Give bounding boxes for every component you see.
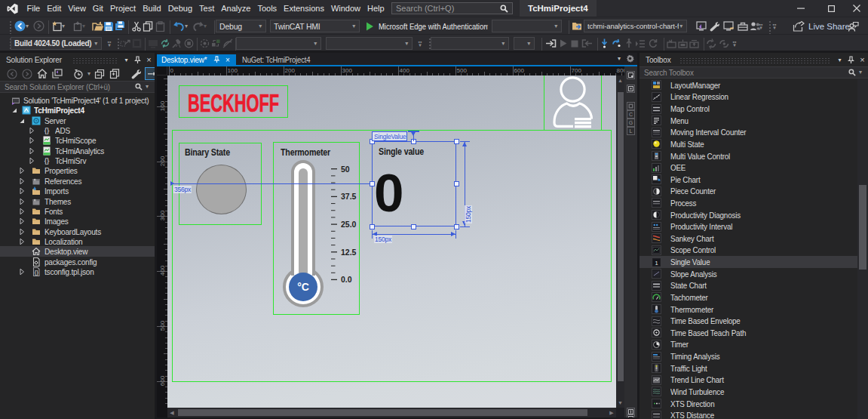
solution-platform-combo[interactable]: TwinCAT HMI▾ xyxy=(270,20,360,32)
expander-collapsed-icon[interactable] xyxy=(27,146,36,156)
empty-combo[interactable]: ▾ xyxy=(431,37,509,50)
toolbox-item-map-control[interactable]: Map Control xyxy=(639,103,857,115)
se-show-all-files-button[interactable] xyxy=(107,66,123,82)
close-tab-icon[interactable]: × xyxy=(223,55,232,64)
toolbar-overflow[interactable]: ▪▪▾ xyxy=(756,17,765,35)
publish-button[interactable] xyxy=(687,35,701,52)
tree-item-solution-tchmiproject4-1-of-1-project[interactable]: Solution 'TcHmiProject4' (1 of 1 project… xyxy=(0,95,155,106)
expander-collapsed-icon[interactable] xyxy=(27,156,36,165)
toolbox-search-box[interactable]: Search Toolbox ▾ xyxy=(639,66,868,79)
menu-item-extensions[interactable]: Extensions xyxy=(281,0,328,17)
paste-button[interactable] xyxy=(153,17,167,35)
expander-collapsed-icon[interactable] xyxy=(27,136,36,145)
navigate-backward-dropdown[interactable]: ▾ xyxy=(24,17,30,35)
toolbox-item-piece-counter[interactable]: Piece Counter xyxy=(639,186,857,198)
selection-handle[interactable] xyxy=(370,224,375,230)
tree-item-properties[interactable]: Properties xyxy=(0,165,155,176)
toolbox-item-thermometer[interactable]: Thermometer xyxy=(639,303,857,316)
toolbox-item-timing-analysis[interactable]: Timing Analysis xyxy=(639,350,857,362)
tab-list-dropdown-icon[interactable]: ▾ xyxy=(614,55,624,62)
tree-item-tsconfig-tpl-json[interactable]: {}tsconfig.tpl.json xyxy=(0,266,155,277)
toolbar-overflow[interactable]: ▪▪▾ xyxy=(730,35,739,52)
tree-item-images[interactable]: Images xyxy=(0,216,155,226)
tree-item-desktop-view[interactable]: Desktop.view xyxy=(0,246,155,257)
toolbar-overflow[interactable]: ▪▪▾ xyxy=(105,35,114,52)
toolbox-item-scope-control[interactable]: Scope Control xyxy=(639,245,857,257)
attach-button[interactable] xyxy=(543,35,559,52)
expander-collapsed-icon[interactable] xyxy=(27,126,36,135)
beckhoff-logo-widget[interactable]: BECKHOFF xyxy=(179,85,288,118)
expander-collapsed-icon[interactable] xyxy=(17,227,26,236)
undo-dropdown[interactable]: ▾ xyxy=(183,17,189,35)
se-filter-dropdown[interactable]: ▾ xyxy=(86,66,92,82)
toolbox-scrollbar-thumb[interactable] xyxy=(859,185,866,270)
horizontal-scrollbar-thumb[interactable] xyxy=(178,409,587,416)
save-all-button[interactable] xyxy=(112,17,128,35)
feedback-button[interactable] xyxy=(845,17,861,35)
menu-item-view[interactable]: View xyxy=(65,0,90,17)
toolbox-item-productivity-interval[interactable]: Productivity Interval xyxy=(639,220,857,233)
thermometer-widget[interactable]: Thermometer°C5037.525.012.50.0 xyxy=(273,142,360,315)
redo-dropdown[interactable]: ▾ xyxy=(202,17,208,35)
detach-button[interactable] xyxy=(579,35,595,52)
gear-icon[interactable] xyxy=(624,54,635,63)
solution-configuration-combo[interactable]: Debug▾ xyxy=(216,20,266,32)
selection-handle[interactable] xyxy=(370,181,375,186)
tree-item-server[interactable]: Server xyxy=(0,116,155,126)
menu-item-tools[interactable]: Tools xyxy=(254,0,281,17)
expander-collapsed-icon[interactable] xyxy=(17,197,26,206)
tab-desktop-view[interactable]: Desktop.view* × xyxy=(157,54,236,65)
toolbox-item-oee[interactable]: OEE xyxy=(639,162,857,174)
live-share-button[interactable]: Live Share xyxy=(790,17,852,35)
toolbox-item-pie-chart[interactable]: Pie Chart xyxy=(639,174,857,186)
tree-item-fonts[interactable]: Fonts xyxy=(0,206,155,217)
center-view-icon[interactable] xyxy=(627,85,635,93)
reload-question-button[interactable] xyxy=(609,35,624,52)
server-config-button[interactable] xyxy=(721,17,737,35)
expander-collapsed-icon[interactable] xyxy=(17,237,26,246)
toolbar-overflow[interactable]: ▪▪▾ xyxy=(770,17,779,35)
new-project-dropdown[interactable]: ▾ xyxy=(60,17,66,35)
expander-collapsed-icon[interactable] xyxy=(17,207,26,216)
window-position-dropdown-icon[interactable]: ▾ xyxy=(121,53,132,66)
scroll-right-arrow[interactable]: ▶ xyxy=(608,408,615,417)
tree-item-keyboardlayouts[interactable]: KeyboardLayouts xyxy=(0,226,155,237)
toolbox-item-time-based-teach-path[interactable]: Time Based Teach Path xyxy=(639,327,857,339)
menu-item-analyze[interactable]: Analyze xyxy=(218,0,254,17)
tree-item-tchmianalytics[interactable]: TcHmiAnalytics xyxy=(0,146,155,156)
toolbox-item-timer[interactable]: Timer xyxy=(639,339,857,351)
selection-handle[interactable] xyxy=(454,181,459,186)
close-panel-icon[interactable]: × xyxy=(143,53,155,66)
toolbox-item-trend-line-chart[interactable]: Trend Line Chart xyxy=(639,374,857,387)
menu-item-edit[interactable]: Edit xyxy=(44,0,65,17)
menu-item-test[interactable]: Test xyxy=(196,0,218,17)
empty-combo-small[interactable]: ▾ xyxy=(514,37,535,50)
empty-combo[interactable]: ▾ xyxy=(326,37,413,50)
window-position-dropdown-icon[interactable]: ▾ xyxy=(834,53,845,66)
vertical-scrollbar-thumb[interactable] xyxy=(618,92,624,381)
se-search-dropdown[interactable]: ▾ xyxy=(143,79,150,95)
refresh-button[interactable] xyxy=(646,35,660,52)
toolbox-search-dropdown[interactable]: ▾ xyxy=(856,64,863,81)
configure-tool-button[interactable] xyxy=(707,17,722,35)
twincat-build-combo[interactable]: Build 4024.50 (Loaded)▾ xyxy=(11,37,102,50)
toolbox-item-productivity-diagnosis[interactable]: Productivity Diagnosis xyxy=(639,209,857,221)
menu-item-project[interactable]: Project xyxy=(106,0,139,17)
start-debug-button[interactable]: Microsoft Edge with Authentication xyxy=(363,17,502,35)
selection-handle[interactable] xyxy=(454,139,459,144)
snap-l-icon[interactable]: L xyxy=(627,127,635,135)
tree-item-localization[interactable]: Localization xyxy=(0,236,155,247)
empty-combo[interactable]: ▾ xyxy=(236,37,321,50)
quick-search-box[interactable]: Search (Ctrl+Q) xyxy=(391,2,513,14)
start-button[interactable] xyxy=(557,35,569,52)
scroll-up-arrow[interactable]: ▲ xyxy=(616,76,624,84)
menu-item-git[interactable]: Git xyxy=(89,0,106,17)
toolbox-item-multi-state[interactable]: Multi State xyxy=(639,138,857,150)
toolbox-titlebar[interactable]: Toolbox ▾ × xyxy=(639,53,868,66)
single-value-widget-selected[interactable]: Single value0 xyxy=(372,141,456,226)
tree-item-themes[interactable]: Themes xyxy=(0,196,155,207)
toolbox-item-state-chart[interactable]: State Chart xyxy=(639,280,857,292)
scroll-left-arrow[interactable]: ◀ xyxy=(168,408,176,417)
target-browser-button[interactable] xyxy=(694,17,709,35)
float-view-icon[interactable] xyxy=(627,71,635,79)
